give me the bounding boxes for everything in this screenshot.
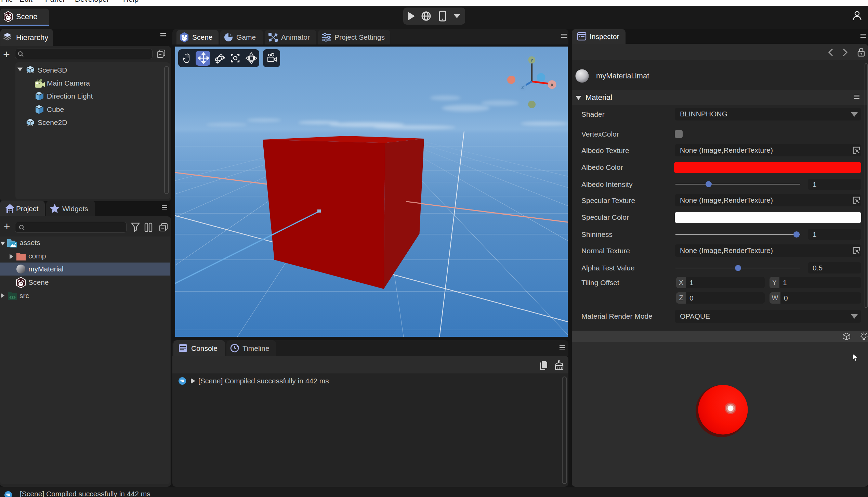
svg-text:X: X (551, 82, 554, 88)
svg-text:Z: Z (521, 85, 524, 90)
svg-text:Y: Y (530, 58, 534, 63)
